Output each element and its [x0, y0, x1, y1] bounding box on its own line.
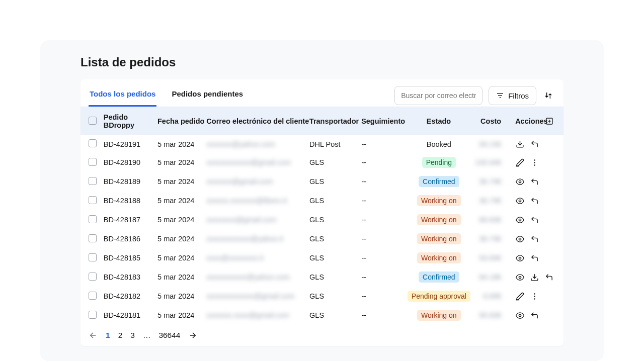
- row-checkbox[interactable]: [89, 273, 97, 281]
- svg-point-11: [519, 200, 521, 202]
- arrow-left-icon: [89, 331, 98, 340]
- row-checkbox[interactable]: [89, 158, 97, 166]
- cell-status: Confirmed: [407, 272, 471, 283]
- pagination-page[interactable]: 3: [130, 331, 135, 340]
- filters-button[interactable]: Filtros: [489, 86, 536, 105]
- cell-actions: [502, 177, 555, 186]
- download-icon: [516, 140, 524, 148]
- undo-icon: [530, 254, 539, 262]
- more-action[interactable]: [530, 158, 539, 167]
- table-header: Pedido BDroppy Fecha pedido Correo elect…: [80, 107, 564, 135]
- tab-pending-orders[interactable]: Pedidos pendientes: [171, 84, 244, 107]
- edit-action[interactable]: [516, 292, 524, 301]
- cell-cost: 93.69€: [471, 254, 502, 262]
- pagination-page[interactable]: 2: [118, 331, 123, 340]
- row-checkbox[interactable]: [89, 196, 97, 204]
- header-cost: Costo: [471, 117, 502, 125]
- cell-cost: 36.79€: [471, 177, 502, 186]
- undo-action[interactable]: [530, 311, 539, 320]
- table-row: BD-4281895 mar 2024xxxxxxx@gmail.comGLS-…: [80, 172, 564, 191]
- eye-action[interactable]: [516, 197, 524, 205]
- eye-icon: [516, 311, 524, 320]
- search-input[interactable]: [394, 86, 482, 105]
- table-row: BD-4281885 mar 2024xxxxxx.xxxxxxx@libero…: [80, 191, 564, 210]
- cell-date: 5 mar 2024: [157, 197, 206, 205]
- undo-action[interactable]: [530, 197, 539, 205]
- cell-date: 5 mar 2024: [157, 140, 206, 148]
- pagination-ellipsis: …: [143, 331, 151, 340]
- row-checkbox[interactable]: [89, 292, 97, 300]
- select-all-checkbox[interactable]: [89, 117, 97, 125]
- svg-point-17: [534, 293, 535, 295]
- undo-action[interactable]: [545, 273, 553, 282]
- cell-actions: [502, 235, 555, 243]
- cell-status: Working on: [407, 195, 471, 206]
- download-icon: [530, 273, 539, 282]
- undo-icon: [545, 273, 553, 282]
- cell-carrier: GLS: [309, 311, 361, 319]
- eye-action[interactable]: [516, 216, 524, 224]
- row-checkbox[interactable]: [89, 234, 97, 242]
- sort-button[interactable]: [541, 86, 555, 105]
- undo-action[interactable]: [530, 216, 539, 224]
- edit-action[interactable]: [516, 158, 524, 167]
- row-checkbox[interactable]: [89, 311, 97, 319]
- row-checkbox[interactable]: [89, 139, 97, 147]
- cell-tracking: --: [361, 177, 406, 186]
- eye-icon: [516, 177, 524, 186]
- add-column-button[interactable]: [545, 117, 555, 125]
- cell-cost: 89.83€: [471, 216, 502, 224]
- cell-status: Working on: [407, 310, 471, 321]
- download-action[interactable]: [516, 140, 524, 148]
- pagination-page-last[interactable]: 36644: [158, 331, 180, 340]
- cell-email: xxxxxxxx@gmail.com: [206, 216, 309, 224]
- row-checkbox[interactable]: [89, 177, 97, 185]
- cell-email: xxxxxxx@yahoo.com: [206, 140, 309, 148]
- cell-actions: [502, 158, 555, 167]
- header-date: Fecha pedido: [157, 117, 206, 125]
- more-action[interactable]: [530, 292, 539, 301]
- svg-point-8: [534, 162, 535, 163]
- pagination-page-current[interactable]: 1: [106, 331, 110, 340]
- pagination-next[interactable]: [188, 331, 197, 340]
- eye-action[interactable]: [516, 254, 524, 262]
- cell-email: xxxxxxxxxxxx@gmail.com: [206, 158, 309, 166]
- undo-action[interactable]: [530, 254, 539, 262]
- download-action[interactable]: [530, 273, 539, 282]
- cell-actions: [502, 140, 555, 148]
- cell-tracking: --: [361, 235, 406, 243]
- sort-icon: [544, 92, 552, 100]
- tab-all-orders[interactable]: Todos los pedidos: [89, 84, 156, 107]
- cell-actions: [502, 197, 555, 205]
- cell-email: xxxxxxx.xxxx@gmail.com: [206, 311, 309, 319]
- undo-action[interactable]: [530, 177, 539, 186]
- orders-card: Todos los pedidos Pedidos pendientes Fil…: [80, 79, 564, 346]
- cell-date: 5 mar 2024: [157, 216, 206, 224]
- eye-action[interactable]: [516, 273, 524, 282]
- svg-point-14: [519, 257, 521, 259]
- cell-date: 5 mar 2024: [157, 254, 206, 262]
- row-checkbox[interactable]: [89, 215, 97, 223]
- table-row: BD-4281915 mar 2024xxxxxxx@yahoo.comDHL …: [80, 135, 564, 153]
- eye-action[interactable]: [516, 235, 524, 243]
- cell-tracking: --: [361, 158, 406, 166]
- cell-email: xxxxxxxxxxxx@yahoo.it: [206, 235, 309, 243]
- table-row: BD-4281835 mar 2024xxxxxxxxxxx@yahoo.com…: [80, 267, 564, 287]
- cell-date: 5 mar 2024: [157, 158, 206, 166]
- eye-icon: [516, 254, 524, 262]
- cell-id: BD-428183: [104, 273, 157, 281]
- pagination-prev[interactable]: [89, 331, 98, 340]
- plus-square-icon: [545, 117, 553, 125]
- eye-action[interactable]: [516, 311, 524, 320]
- edit-icon: [516, 292, 524, 301]
- cell-actions: [502, 216, 555, 224]
- cell-email: xxxxxxx@gmail.com: [206, 177, 309, 186]
- eye-action[interactable]: [516, 177, 524, 186]
- undo-action[interactable]: [530, 235, 539, 243]
- page-container: Lista de pedidos Todos los pedidos Pedid…: [40, 40, 604, 361]
- undo-action[interactable]: [530, 140, 539, 148]
- cell-id: BD-428188: [104, 197, 157, 205]
- cell-id: BD-428189: [104, 177, 157, 186]
- filters-label: Filtros: [508, 92, 529, 100]
- row-checkbox[interactable]: [89, 253, 97, 261]
